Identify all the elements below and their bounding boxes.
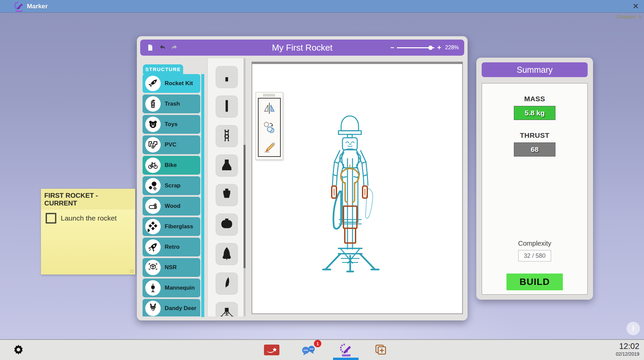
- palette-drag-handle[interactable]: [263, 94, 275, 97]
- retro-rocket-icon: [145, 239, 161, 255]
- palette-scrollbar[interactable]: [244, 58, 246, 316]
- copy-app-icon[interactable]: [374, 343, 388, 357]
- part-tank: [219, 187, 234, 203]
- summary-title: Summary: [482, 62, 588, 77]
- floating-tool-palette[interactable]: [256, 92, 283, 160]
- part-tile[interactable]: [216, 125, 237, 147]
- part-capsule-fairing: [219, 246, 234, 262]
- zoom-in-button[interactable]: +: [437, 44, 441, 52]
- part-tile[interactable]: [216, 243, 237, 265]
- part-body-tube: [219, 98, 234, 115]
- category-item[interactable]: Rocket Kit: [143, 74, 200, 93]
- part-tile[interactable]: [216, 155, 237, 176]
- part-tile[interactable]: [216, 214, 237, 235]
- teddy-bear-icon: [145, 117, 161, 132]
- zoom-slider-handle[interactable]: [428, 46, 433, 50]
- marker-logo-icon: [13, 1, 24, 12]
- info-button[interactable]: i: [627, 322, 640, 335]
- part-fin: [219, 275, 234, 292]
- task-row[interactable]: Launch the rocket: [46, 213, 135, 224]
- part-landing-gear: [219, 305, 234, 316]
- rocket-icon: [145, 76, 161, 91]
- cube-icon: [145, 260, 161, 275]
- marker-logo-icon: [338, 343, 354, 357]
- category-item[interactable]: Retro: [143, 238, 200, 256]
- category-item[interactable]: Trash: [143, 95, 200, 113]
- part-tile[interactable]: [216, 273, 237, 294]
- gears-icon: [145, 178, 161, 193]
- tab-structure[interactable]: STRUCTURE: [143, 64, 183, 74]
- category-item[interactable]: Bike: [143, 156, 200, 175]
- part-dome-tank: [219, 216, 234, 233]
- part-tile[interactable]: [216, 184, 237, 206]
- category-item[interactable]: Wood: [143, 197, 200, 216]
- bicycle-icon: [145, 158, 161, 173]
- sticky-note-title: FIRST ROCKET - CURRENT: [41, 189, 135, 209]
- settings-gear-icon[interactable]: [11, 343, 25, 357]
- dock: 1: [264, 340, 388, 360]
- summary-body: MASS 5.8 kg THRUST 68 Complexity 32 / 58…: [482, 83, 588, 295]
- top-bar: Marker ×: [0, 0, 644, 12]
- zoom-slider[interactable]: [397, 47, 434, 48]
- launch-checkbox[interactable]: [46, 213, 56, 224]
- chili-app-icon[interactable]: [264, 343, 280, 357]
- category-list: Rocket Kit Trash Toys PVC Bike: [143, 74, 200, 316]
- part-tile[interactable]: [216, 302, 237, 316]
- chapter-label: Chapter: 0: [616, 14, 641, 19]
- clock-time: 12:02: [616, 342, 639, 351]
- category-item[interactable]: Dandy Deer: [143, 299, 200, 316]
- build-button[interactable]: BUILD: [506, 274, 563, 290]
- thrust-label: THRUST: [482, 131, 587, 139]
- pipes-icon: [145, 137, 161, 153]
- zoom-level: 228%: [445, 45, 459, 51]
- editor-window: My First Rocket − + 228% STRUCTURE Rocke…: [137, 36, 468, 320]
- task-label: Launch the rocket: [61, 214, 117, 222]
- close-icon[interactable]: ×: [633, 0, 639, 12]
- eraser-tool-icon[interactable]: [262, 139, 277, 154]
- app-title: Marker: [27, 3, 48, 10]
- category-item[interactable]: Mannequin: [143, 279, 200, 297]
- trash-icon: [145, 96, 161, 112]
- part-tube-end: [219, 69, 234, 85]
- log-icon: [145, 198, 161, 214]
- category-item[interactable]: PVC: [143, 135, 200, 154]
- rocket-drawing[interactable]: [319, 112, 383, 276]
- part-tile[interactable]: [216, 66, 237, 88]
- zoom-out-button[interactable]: −: [390, 44, 394, 52]
- thrust-value: 68: [514, 142, 555, 157]
- part-tile[interactable]: [216, 96, 237, 117]
- mass-label: MASS: [482, 95, 587, 103]
- sticky-note[interactable]: FIRST ROCKET - CURRENT Launch the rocket: [41, 189, 135, 275]
- complexity-label: Complexity: [482, 240, 587, 247]
- flip-tool-icon[interactable]: [262, 101, 277, 116]
- notification-badge: 1: [314, 340, 321, 347]
- resize-grip-icon[interactable]: [130, 269, 134, 273]
- sidebar-accent-strip: [201, 74, 204, 317]
- clock[interactable]: 12:02 02/12/2019: [616, 342, 639, 357]
- drawing-canvas[interactable]: [252, 62, 463, 314]
- category-item[interactable]: Scrap: [143, 176, 200, 195]
- chat-app-icon[interactable]: 1: [301, 343, 317, 357]
- parts-palette: [207, 58, 246, 316]
- deer-icon: [145, 301, 161, 316]
- active-app-indicator: [333, 358, 359, 360]
- summary-panel: Summary MASS 5.8 kg THRUST 68 Complexity…: [476, 58, 593, 300]
- category-item[interactable]: NSR: [143, 258, 200, 277]
- clone-tool-icon[interactable]: [262, 120, 277, 135]
- complexity-value: 32 / 580: [518, 250, 551, 261]
- category-item[interactable]: Toys: [143, 115, 200, 134]
- part-truss: [219, 128, 234, 144]
- clock-date: 02/12/2019: [616, 351, 639, 357]
- desktop: Marker × Chapter: 0 My First Rocket − + …: [0, 0, 644, 360]
- category-sidebar: STRUCTURE Rocket Kit Trash Toys: [141, 58, 204, 316]
- taskbar: 1 12:02 02/12/2019: [0, 339, 644, 360]
- mass-value: 5.8 kg: [514, 106, 555, 120]
- palette-scrollbar-thumb[interactable]: [244, 145, 246, 268]
- window-body: STRUCTURE Rocket Kit Trash Toys: [141, 58, 464, 316]
- category-item[interactable]: Fiberglass: [143, 217, 200, 236]
- mannequin-icon: [145, 280, 161, 296]
- weave-icon: [145, 219, 161, 234]
- marker-app-icon[interactable]: [338, 343, 354, 357]
- window-titlebar: My First Rocket − + 228%: [140, 40, 464, 56]
- part-nozzle: [219, 157, 234, 174]
